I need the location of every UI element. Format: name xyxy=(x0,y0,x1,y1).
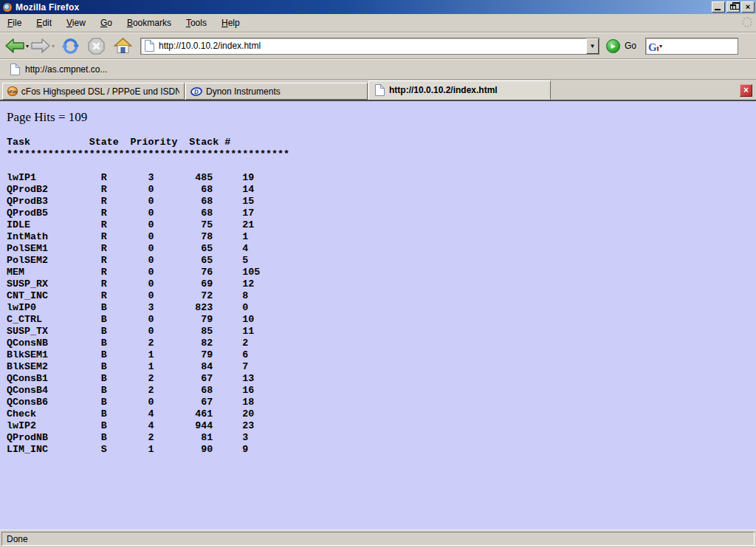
table-row: SUSP_TX B 0 85 11 xyxy=(7,326,756,338)
menu-item-help[interactable]: Help xyxy=(214,15,247,31)
table-row: IntMath R 0 78 1 xyxy=(7,231,756,243)
table-row: lwIP2 B 4 944 23 xyxy=(7,420,756,432)
table-row: QConsB6 B 0 67 18 xyxy=(7,397,756,408)
home-button[interactable] xyxy=(113,37,133,55)
table-row: MEM R 0 76 105 xyxy=(7,267,756,278)
page-hits-text: Page Hits = 109 xyxy=(7,110,756,125)
table-row: LIM_INC S 1 90 9 xyxy=(7,444,756,456)
menu-item-tools[interactable]: Tools xyxy=(179,15,214,31)
page-icon xyxy=(143,40,155,52)
forward-button[interactable]: ▾ xyxy=(30,38,55,54)
tab-dynon[interactable]: D Dynon Instruments xyxy=(185,83,368,100)
table-row: lwIP0 B 3 823 0 xyxy=(7,302,756,314)
table-row: QConsB4 B 2 68 16 xyxy=(7,385,756,397)
close-tab-button[interactable]: × xyxy=(740,84,752,97)
dynon-favicon-icon: D xyxy=(190,87,203,96)
menu-item-bookmarks[interactable]: Bookmarks xyxy=(120,15,179,31)
restore-button[interactable] xyxy=(726,1,740,13)
table-row: CNT_INC R 0 72 8 xyxy=(7,290,756,302)
menu-bar-items: FileEditViewGoBookmarksToolsHelp xyxy=(0,15,247,31)
menu-item-go[interactable]: Go xyxy=(93,15,120,31)
close-icon: × xyxy=(746,3,750,11)
url-dropdown-button[interactable]: ▼ xyxy=(586,38,599,54)
back-arrow-icon xyxy=(4,38,25,54)
tab-active-index-page[interactable]: http://10.0.10.2/index.html xyxy=(368,81,551,100)
tab-label: cFos Highspeed DSL / PPPoE und ISDN CAP.… xyxy=(21,86,179,97)
go-button[interactable]: ▶ Go xyxy=(606,39,636,53)
stop-icon xyxy=(87,37,106,55)
go-label: Go xyxy=(625,41,636,51)
go-icon: ▶ xyxy=(606,39,620,53)
status-text: Done xyxy=(7,534,28,544)
title-bar: Mozilla Firefox × xyxy=(0,0,756,14)
page-icon xyxy=(374,84,385,96)
table-row: QProdB5 R 0 68 17 xyxy=(7,208,756,219)
table-row: lwIP1 R 3 485 19 xyxy=(7,172,756,184)
menu-item-edit[interactable]: Edit xyxy=(29,15,59,31)
table-row: QConsB1 B 2 67 13 xyxy=(7,373,756,385)
throbber-icon xyxy=(742,17,752,27)
page-content: Page Hits = 109 Task State Priority Stac… xyxy=(0,101,756,530)
minimize-icon xyxy=(715,9,721,10)
tab-bar: cFos cFos Highspeed DSL / PPPoE und ISDN… xyxy=(0,80,756,101)
menu-item-view[interactable]: View xyxy=(59,15,93,31)
navigation-toolbar: ▾ ▾ h xyxy=(0,32,756,59)
close-button[interactable]: × xyxy=(741,1,755,13)
table-blank-line xyxy=(7,160,756,172)
table-row: PolSEM1 R 0 65 4 xyxy=(7,243,756,255)
table-row: IDLE R 0 75 21 xyxy=(7,219,756,231)
stop-button[interactable] xyxy=(87,37,106,55)
search-engine-dropdown-icon[interactable]: ▾ xyxy=(659,43,662,49)
table-row: QConsNB B 2 82 2 xyxy=(7,338,756,349)
table-row: QProdB3 R 0 68 15 xyxy=(7,196,756,208)
task-table: Task State Priority Stack #*************… xyxy=(7,137,756,456)
table-row: Check B 4 461 20 xyxy=(7,408,756,420)
bookmark-item[interactable]: http://as.cmpnet.co... xyxy=(6,62,110,77)
tab-label: http://10.0.10.2/index.html xyxy=(389,85,498,95)
table-row: BlkSEM1 B 1 79 6 xyxy=(7,349,756,361)
home-icon xyxy=(113,37,133,55)
page-icon xyxy=(9,64,21,75)
search-input[interactable]: G ▾ xyxy=(645,38,738,55)
minimize-button[interactable] xyxy=(712,1,725,13)
back-dropdown-icon[interactable]: ▾ xyxy=(26,43,29,49)
google-icon: G xyxy=(648,41,659,52)
status-bar: Done xyxy=(0,530,756,548)
menu-bar: FileEditViewGoBookmarksToolsHelp xyxy=(0,14,756,32)
table-row: QProdNB B 2 81 3 xyxy=(7,432,756,444)
reload-icon xyxy=(61,36,80,56)
table-header: Task State Priority Stack # xyxy=(7,137,756,148)
back-button[interactable]: ▾ xyxy=(4,38,29,54)
menu-item-file[interactable]: File xyxy=(0,15,29,31)
table-row: SUSP_RX R 0 69 12 xyxy=(7,278,756,290)
table-row: BlkSEM2 B 1 84 7 xyxy=(7,361,756,373)
tab-label: Dynon Instruments xyxy=(206,86,281,97)
url-input[interactable]: http://10.0.10.2/index.html xyxy=(159,41,586,51)
restore-icon xyxy=(730,4,736,10)
table-row: PolSEM2 R 0 65 5 xyxy=(7,255,756,267)
forward-dropdown-icon[interactable]: ▾ xyxy=(52,43,55,49)
table-row: QProdB2 R 0 68 14 xyxy=(7,184,756,196)
firefox-logo-icon xyxy=(2,2,13,13)
table-row: C_CTRL B 0 79 10 xyxy=(7,314,756,326)
bookmark-label: http://as.cmpnet.co... xyxy=(25,64,107,75)
cfos-favicon-icon: cFos xyxy=(7,86,18,96)
forward-arrow-icon xyxy=(30,38,51,54)
window-title: Mozilla Firefox xyxy=(16,2,712,13)
table-separator: ****************************************… xyxy=(7,148,756,160)
url-bar[interactable]: http://10.0.10.2/index.html ▼ xyxy=(140,38,599,55)
bookmarks-toolbar: http://as.cmpnet.co... xyxy=(0,59,756,80)
reload-button[interactable] xyxy=(61,36,80,56)
tab-cfos[interactable]: cFos cFos Highspeed DSL / PPPoE und ISDN… xyxy=(2,83,185,100)
status-panel: Done xyxy=(1,532,755,546)
